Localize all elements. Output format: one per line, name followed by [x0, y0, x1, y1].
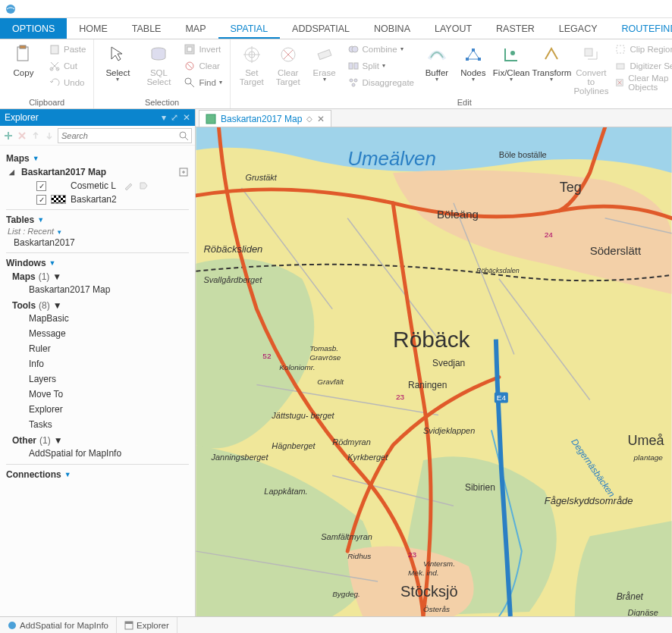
split-button[interactable]: Split ▾ — [344, 58, 417, 74]
tab-raster[interactable]: RASTER — [484, 18, 547, 39]
tab-map[interactable]: MAP — [173, 18, 218, 39]
window-map-item[interactable]: Baskartan2017 Map — [6, 282, 189, 297]
svg-rect-1 — [17, 47, 28, 61]
disaggregate-button[interactable]: Disaggregate — [344, 74, 417, 91]
tab-layout[interactable]: LAYOUT — [422, 18, 484, 39]
combine-button[interactable]: Combine ▾ — [344, 41, 417, 58]
other-addspatial[interactable]: AddSpatial for MapInfo — [6, 446, 189, 461]
svg-text:plantage: plantage — [633, 453, 664, 462]
tab-home[interactable]: HOME — [67, 18, 120, 39]
add-icon[interactable] — [3, 130, 14, 141]
chevron-down-icon: ▼ — [37, 216, 44, 224]
tool-ruler[interactable]: Ruler — [6, 341, 189, 356]
label-icon[interactable] — [139, 181, 148, 190]
tool-tasks[interactable]: Tasks — [6, 417, 189, 432]
copy-button[interactable]: Copy — [5, 41, 42, 77]
sql-select-button[interactable]: SQL Select — [140, 41, 177, 86]
tab-addspatial[interactable]: ADDSPATIAL — [280, 18, 362, 39]
svg-text:Böleäng: Böleäng — [437, 208, 479, 221]
tab-nobina[interactable]: NOBINA — [362, 18, 422, 39]
layer-cosmetic-row[interactable]: Cosmetic L — [6, 179, 189, 193]
tab-options[interactable]: OPTIONS — [0, 18, 67, 39]
digitizer-button[interactable]: Digitizer Setup — [611, 58, 672, 74]
svg-text:Fågelskyddsområde: Fågelskyddsområde — [545, 495, 633, 506]
svg-text:Böle boställe: Böle boställe — [499, 150, 547, 159]
map-root-row[interactable]: ◢ Baskartan2017 Map — [6, 165, 189, 179]
search-icon[interactable] — [178, 130, 189, 141]
zoom-extent-icon[interactable] — [178, 167, 189, 177]
tool-layers[interactable]: Layers — [6, 371, 189, 387]
svg-text:Dignäse: Dignäse — [628, 608, 658, 616]
caret-icon: ◢ — [9, 168, 17, 176]
tables-section-header[interactable]: Tables▼ — [6, 215, 189, 225]
maps-section-header[interactable]: Maps▼ — [6, 153, 189, 164]
convert-button[interactable]: Convert to Polylines — [573, 41, 608, 96]
set-target-button[interactable]: Set Target — [235, 41, 268, 86]
ribbon-group-clipboard: Copy Paste Cut Undo Clipboard — [0, 39, 94, 108]
svg-rect-22 — [466, 58, 469, 61]
tool-info[interactable]: Info — [6, 356, 189, 371]
layer-base-row[interactable]: Baskartan2 — [6, 193, 189, 206]
table-item[interactable]: Baskartan2017 — [6, 236, 189, 249]
buffer-button[interactable]: Buffer ▾ — [420, 41, 454, 83]
map-tab-icon — [206, 114, 216, 124]
svg-rect-17 — [349, 63, 353, 69]
select-button[interactable]: Select ▾ — [99, 41, 137, 83]
app-icon — [8, 621, 17, 630]
edit-icon[interactable] — [124, 181, 133, 190]
delete-icon[interactable] — [17, 130, 27, 141]
svg-text:Röbäck: Röbäck — [393, 327, 471, 352]
tool-moveto[interactable]: Move To — [6, 387, 189, 402]
map-tab[interactable]: Baskartan2017 Map ◇ ✕ — [199, 110, 331, 127]
panel-dropdown-icon[interactable]: ▾ — [162, 112, 166, 123]
undo-button[interactable]: Undo — [46, 74, 89, 91]
erase-button[interactable]: Erase ▾ — [308, 41, 341, 83]
tool-explorer[interactable]: Explorer — [6, 402, 189, 417]
checkbox[interactable] — [36, 181, 46, 191]
svg-text:Samfältmyran: Samfältmyran — [321, 532, 372, 541]
invert-button[interactable]: Invert — [181, 41, 225, 58]
up-icon[interactable] — [30, 130, 41, 141]
clip-region-button[interactable]: Clip Region ▾ — [611, 41, 672, 58]
map-canvas[interactable]: Umeälven Böle boställe Grustäkt Teg Böle… — [196, 127, 672, 616]
tool-message[interactable]: Message — [6, 326, 189, 341]
chevron-down-icon: ▼ — [53, 300, 62, 311]
svg-rect-23 — [472, 49, 475, 52]
search-box[interactable] — [58, 128, 192, 143]
search-input[interactable] — [58, 131, 178, 140]
down-icon[interactable] — [44, 130, 55, 141]
svg-text:Söderslätt: Söderslätt — [590, 244, 642, 257]
maps-subheader[interactable]: Maps (1) ▼ — [6, 271, 189, 282]
windows-section-header[interactable]: Windows▼ — [6, 258, 189, 268]
tables-mode[interactable]: List : Recent ▼ — [8, 227, 189, 236]
fixclean-button[interactable]: Fix/Clean ▾ — [493, 41, 530, 83]
panel-close-icon[interactable]: ✕ — [183, 112, 190, 123]
svg-text:E4: E4 — [497, 393, 507, 402]
tab-legacy[interactable]: LEGACY — [547, 18, 610, 39]
paste-button[interactable]: Paste — [46, 41, 89, 58]
find-button[interactable]: Find ▾ — [181, 74, 225, 91]
svg-text:Tomasb.: Tomasb. — [309, 344, 338, 353]
tab-routefinder[interactable]: ROUTEFINDER — [610, 18, 673, 39]
chevron-down-icon: ▼ — [49, 259, 56, 267]
other-subheader[interactable]: Other (1) ▼ — [6, 435, 189, 446]
nodes-button[interactable]: Nodes ▾ — [457, 41, 490, 83]
svg-text:Janningsberget: Janningsberget — [210, 453, 268, 462]
tool-mapbasic[interactable]: MapBasic — [6, 311, 189, 326]
clear-map-button[interactable]: Clear Map Objects — [611, 74, 672, 91]
bottom-tab-explorer[interactable]: Explorer — [117, 617, 177, 633]
tools-subheader[interactable]: Tools (8) ▼ — [6, 300, 189, 311]
cut-button[interactable]: Cut — [46, 58, 89, 74]
tab-spatial[interactable]: SPATIAL — [218, 18, 281, 39]
close-icon[interactable]: ✕ — [317, 114, 325, 124]
panel-pin-icon[interactable]: ⤢ — [171, 112, 178, 123]
connections-section-header[interactable]: Connections▼ — [6, 469, 189, 480]
tab-table[interactable]: TABLE — [120, 18, 174, 39]
bottom-tab-addspatial[interactable]: AddSpatial for MapInfo — [0, 617, 117, 633]
pin-icon[interactable]: ◇ — [306, 114, 312, 123]
checkbox[interactable] — [36, 195, 46, 205]
explorer-header: Explorer ▾ ⤢ ✕ — [0, 109, 195, 126]
clear-target-button[interactable]: Clear Target — [272, 41, 305, 86]
clear-button[interactable]: Clear — [181, 58, 225, 74]
transform-button[interactable]: Transform ▾ — [532, 41, 570, 83]
